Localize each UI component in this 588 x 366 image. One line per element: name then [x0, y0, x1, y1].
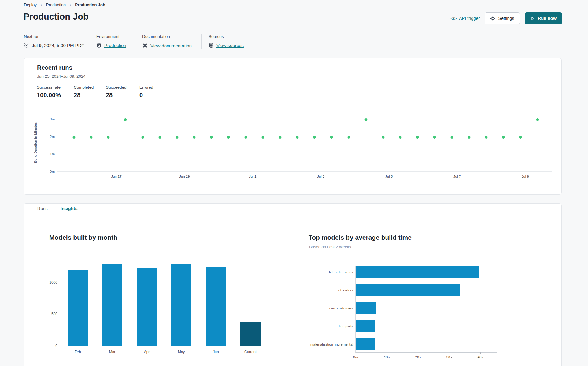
top-models-plot: fct_order_itemsfct_ordersdim_customersdi… — [355, 266, 497, 353]
build-time-bar[interactable] — [356, 320, 375, 332]
y-axis-tick-label: 1m — [50, 152, 55, 156]
x-axis-tick-label: Jul 1 — [249, 175, 256, 178]
x-axis-tick-label: Jun — [213, 350, 219, 354]
info-documentation: Documentation View documentation — [142, 34, 192, 48]
breadcrumb-production[interactable]: Production — [46, 2, 66, 7]
header-actions: </> API trigger Settings Run now — [451, 12, 562, 24]
breadcrumb-production-job: Production Job — [75, 2, 105, 7]
y-axis-tick-label: 2m — [50, 135, 55, 139]
documentation-label: Documentation — [142, 34, 192, 39]
run-dot[interactable] — [72, 136, 75, 139]
run-dot[interactable] — [176, 136, 178, 139]
code-icon: </> — [451, 16, 457, 21]
build-time-bar[interactable] — [356, 284, 460, 296]
month-bar[interactable] — [68, 270, 88, 346]
gear-icon — [490, 16, 495, 21]
run-dot[interactable] — [433, 136, 436, 139]
month-bar[interactable] — [206, 267, 226, 346]
run-dot[interactable] — [261, 136, 264, 139]
view-documentation-link[interactable]: View documentation — [150, 43, 192, 48]
run-dot[interactable] — [468, 136, 470, 139]
x-axis-tick-label: 30s — [446, 355, 452, 359]
month-bar[interactable] — [102, 264, 122, 346]
x-axis-tick-mark — [418, 352, 418, 354]
run-dot[interactable] — [141, 136, 144, 139]
insights-card: Runs Insights Models built by month 0500… — [24, 203, 562, 366]
build-time-bar[interactable] — [356, 302, 376, 314]
x-axis-tick-mark — [356, 352, 356, 354]
recent-runs-card: Recent runs Jun 25, 2024–Jul 09, 2024 Su… — [24, 58, 562, 195]
database-stack-icon — [209, 43, 214, 48]
y-axis-tick-label: 3m — [50, 117, 55, 121]
x-axis-tick-label: Jul 5 — [385, 175, 393, 178]
x-axis-tick-label: Current — [244, 350, 257, 354]
divider — [135, 34, 135, 49]
chevron-right-icon: › — [41, 2, 42, 7]
build-time-bar[interactable] — [356, 338, 375, 350]
y-axis-title: Build Duration in Minutes — [33, 113, 38, 172]
build-time-bar[interactable] — [356, 266, 479, 278]
month-bar[interactable] — [171, 264, 191, 346]
x-axis-tick-label: 20s — [415, 355, 421, 359]
tab-insights[interactable]: Insights — [54, 204, 84, 213]
y-axis-tick-label: 0 — [55, 344, 57, 348]
run-dot[interactable] — [193, 136, 196, 139]
settings-button[interactable]: Settings — [485, 12, 520, 24]
run-dot[interactable] — [416, 136, 419, 139]
run-dot[interactable] — [279, 136, 281, 139]
x-axis-tick-mark — [387, 352, 387, 354]
run-dot[interactable] — [382, 136, 384, 139]
x-axis-tick-label: Jul 3 — [317, 175, 324, 178]
top-models-subtitle: Based on Last 2 Weeks — [309, 245, 351, 249]
chevron-right-icon: › — [70, 2, 71, 7]
models-built-plot: 05001000FebMarAprMayJunCurrent — [60, 257, 268, 346]
api-trigger-label: API trigger — [459, 16, 480, 21]
tab-runs[interactable]: Runs — [31, 204, 54, 213]
run-now-button[interactable]: Run now — [525, 12, 562, 24]
run-dot[interactable] — [330, 136, 333, 139]
x-axis-tick-label: May — [178, 350, 185, 354]
run-dot[interactable] — [313, 136, 316, 139]
model-name-label: dim_customers — [329, 302, 353, 314]
x-axis-tick-label: 40s — [478, 355, 483, 359]
run-dot[interactable] — [296, 136, 299, 139]
view-sources-link[interactable]: View sources — [216, 43, 244, 48]
info-sources: Sources View sources — [209, 34, 244, 48]
run-dot[interactable] — [107, 136, 110, 139]
y-axis-tick-label: 0m — [50, 170, 55, 173]
x-axis-tick-label: Mar — [109, 350, 116, 354]
run-dot[interactable] — [485, 136, 487, 139]
database-icon — [96, 43, 102, 48]
month-bar[interactable] — [240, 322, 261, 346]
run-dot[interactable] — [364, 118, 367, 121]
run-dot[interactable] — [450, 136, 453, 139]
x-axis-tick-label: Jul 9 — [522, 175, 529, 178]
divider — [201, 34, 202, 49]
tab-bar: Runs Insights — [24, 204, 561, 213]
environment-link[interactable]: Production — [104, 43, 126, 48]
next-run-label: Next run — [24, 34, 84, 39]
api-trigger-link[interactable]: </> API trigger — [451, 16, 480, 21]
dbt-icon — [142, 43, 148, 48]
models-built-title: Models built by month — [49, 234, 117, 241]
run-dot[interactable] — [158, 136, 161, 139]
run-dot[interactable] — [502, 136, 505, 139]
run-dot[interactable] — [347, 136, 350, 139]
x-axis-tick-mark — [480, 352, 481, 354]
x-axis-tick-label: 0m — [353, 355, 358, 359]
run-dot[interactable] — [244, 136, 247, 139]
run-dot[interactable] — [90, 136, 93, 139]
build-duration-plot: 0m1m2m3mJun 27Jun 29Jul 1Jul 3Jul 5Jul 7… — [57, 113, 552, 172]
run-dot[interactable] — [124, 118, 127, 121]
run-dot[interactable] — [227, 136, 230, 139]
run-dot[interactable] — [519, 136, 522, 139]
month-bar[interactable] — [137, 268, 157, 346]
breadcrumb-deploy[interactable]: Deploy — [24, 2, 37, 7]
settings-label: Settings — [498, 16, 514, 21]
model-name-label: dim_parts — [338, 320, 353, 332]
run-dot[interactable] — [536, 118, 539, 121]
run-dot[interactable] — [399, 136, 402, 139]
run-now-label: Run now — [538, 16, 557, 21]
run-dot[interactable] — [210, 136, 213, 139]
environment-label: Environment — [96, 34, 126, 39]
